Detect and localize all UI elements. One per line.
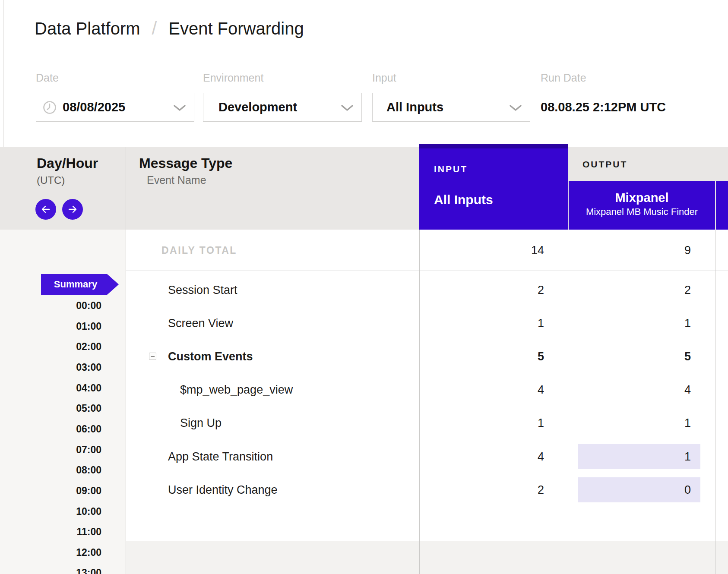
hour-item-1200[interactable]: 12:00 <box>0 542 101 563</box>
chevron-down-icon <box>509 104 522 111</box>
hour-item-0400[interactable]: 04:00 <box>0 378 101 398</box>
message-row-label: Screen View <box>168 313 233 334</box>
input-value: All Inputs <box>386 100 443 114</box>
input-filter-label: Input <box>372 72 396 83</box>
input-column-header: INPUT All Inputs <box>419 144 568 230</box>
run-date-value: 08.08.25 2:12PM UTC <box>541 93 666 122</box>
event-forwarding-page: Data Platform/Event Forwarding Date Envi… <box>0 0 728 574</box>
output-count-cell: 0 <box>568 479 691 500</box>
output-subtitle: Mixpanel MB Music Finder <box>569 207 715 217</box>
column-divider <box>126 147 126 574</box>
day-hour-column-title: Day/Hour <box>37 155 98 172</box>
output-column-label: OUTPUT <box>582 159 627 170</box>
message-row-label: Custom Events <box>168 346 253 367</box>
chevron-down-icon <box>341 104 354 111</box>
minus-icon <box>151 356 155 357</box>
next-day-button[interactable] <box>62 199 83 220</box>
output-count-cell: 1 <box>568 313 691 334</box>
summary-row-badge[interactable]: Summary <box>41 274 119 295</box>
arrow-left-icon <box>41 205 51 214</box>
hour-item-0300[interactable]: 03:00 <box>0 357 101 378</box>
date-dropdown[interactable]: 08/08/2025 <box>36 93 194 122</box>
hour-item-0700[interactable]: 07:00 <box>0 439 101 460</box>
output-count-cell: 1 <box>568 413 691 433</box>
clock-icon <box>43 101 57 114</box>
breadcrumb-link-data-platform[interactable]: Data Platform <box>35 19 140 38</box>
hour-item-0800[interactable]: 08:00 <box>0 460 101 480</box>
hour-item-0600[interactable]: 06:00 <box>0 419 101 439</box>
daily-total-divider <box>126 271 728 271</box>
hour-item-0000[interactable]: 00:00 <box>0 295 101 316</box>
hour-item-0100[interactable]: 01:00 <box>0 316 101 337</box>
environment-filter-label: Environment <box>203 72 263 83</box>
output-column-header-mixpanel: Mixpanel Mixpanel MB Music Finder <box>569 181 715 230</box>
previous-day-button[interactable] <box>35 199 56 220</box>
topbar-divider <box>0 61 728 61</box>
event-name-column-subtitle: Event Name <box>147 173 206 186</box>
output-name: Mixpanel <box>569 191 715 205</box>
input-column-name: All Inputs <box>434 192 493 207</box>
column-divider <box>715 230 715 574</box>
output-count-cell: 4 <box>568 379 691 400</box>
hour-item-0900[interactable]: 09:00 <box>0 480 101 501</box>
message-row-label: User Identity Change <box>168 479 278 500</box>
environment-value: Development <box>218 100 297 114</box>
input-count-cell: 2 <box>419 479 544 500</box>
daily-total-label: DAILY TOTAL <box>161 240 237 261</box>
breadcrumb-separator: / <box>140 18 169 38</box>
date-value: 08/08/2025 <box>63 100 125 114</box>
breadcrumb-current-page: Event Forwarding <box>168 19 304 38</box>
collapse-row-icon[interactable] <box>149 353 156 360</box>
message-row-label: Sign Up <box>180 413 222 433</box>
date-filter-label: Date <box>36 72 59 83</box>
arrow-right-icon <box>67 205 78 214</box>
hour-item-1000[interactable]: 10:00 <box>0 501 101 522</box>
input-column-label: INPUT <box>434 164 468 174</box>
output-count-cell: 2 <box>568 280 691 300</box>
hour-item-0200[interactable]: 02:00 <box>0 336 101 357</box>
message-row-label: App State Transition <box>168 446 273 467</box>
input-column-header-accent <box>419 144 568 148</box>
message-row-label: $mp_web_page_view <box>180 379 293 400</box>
output-count-cell: 5 <box>568 346 691 367</box>
run-date-label: Run Date <box>541 72 586 83</box>
input-dropdown[interactable]: All Inputs <box>372 93 530 122</box>
output-count-cell: 1 <box>568 446 691 467</box>
input-count-cell: 2 <box>419 280 544 300</box>
hour-item-1300[interactable]: 13:00 <box>0 562 101 574</box>
daily-total-output-value: 9 <box>568 240 691 261</box>
input-count-cell: 4 <box>419 446 544 467</box>
day-hour-column-subtitle: (UTC) <box>37 174 65 186</box>
daily-total-input-value: 14 <box>419 240 544 261</box>
grid-footer-background <box>126 541 728 574</box>
input-count-cell: 1 <box>419 413 544 433</box>
hour-item-0500[interactable]: 05:00 <box>0 398 101 419</box>
breadcrumb: Data Platform/Event Forwarding <box>35 16 304 41</box>
chevron-down-icon <box>173 104 186 111</box>
input-count-cell: 5 <box>419 346 544 367</box>
input-count-cell: 4 <box>419 379 544 400</box>
input-count-cell: 1 <box>419 313 544 334</box>
message-row-label: Session Start <box>168 280 237 300</box>
hour-item-1100[interactable]: 11:00 <box>0 521 101 542</box>
message-type-column-title: Message Type <box>139 155 232 172</box>
environment-dropdown[interactable]: Development <box>203 93 362 122</box>
output-column-header-next-partial <box>716 181 728 230</box>
